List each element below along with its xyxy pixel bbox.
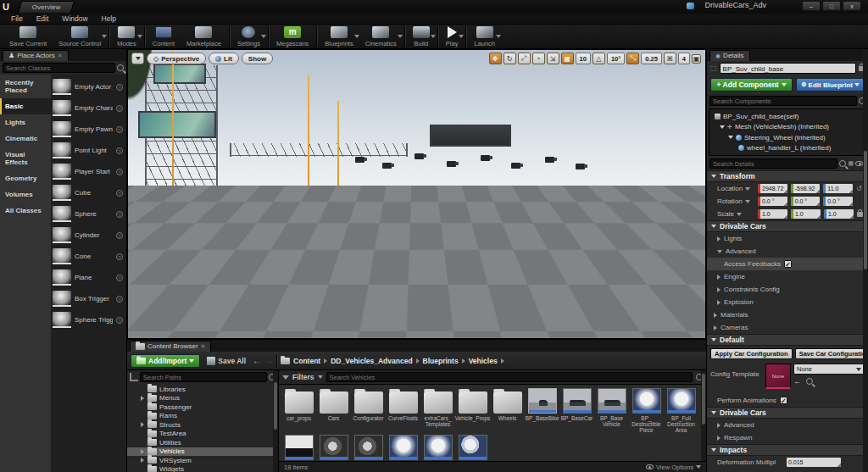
minimize-button[interactable]: –: [802, 1, 821, 11]
actor-item-empty-pawn[interactable]: Empty Pawn?: [51, 119, 126, 140]
camera-actor-icon[interactable]: [447, 161, 456, 167]
chevron-down-icon[interactable]: [737, 213, 742, 216]
place-actors-tab[interactable]: ♟ Place Actors ✕: [3, 50, 69, 61]
search-classes-input[interactable]: [3, 63, 115, 73]
folder-tile-extracars-templates[interactable]: extraCars_ Templates: [421, 388, 454, 433]
asset-tile-bp-basebike[interactable]: BP_BaseBike: [526, 388, 559, 433]
show-menu-button[interactable]: Show: [242, 53, 273, 64]
help-icon[interactable]: ?: [116, 275, 123, 281]
help-icon[interactable]: ?: [116, 211, 123, 218]
marketplace-button[interactable]: Marketplace: [181, 25, 227, 48]
menu-edit[interactable]: Edit: [31, 14, 55, 23]
tree-item-widgets[interactable]: Widgets: [127, 465, 278, 472]
location-y-input[interactable]: -598.92: [791, 184, 821, 193]
advanced-row[interactable]: Advanced: [707, 245, 868, 258]
expander-icon[interactable]: [717, 423, 721, 428]
rotation-z-input[interactable]: 0.0 °: [823, 197, 853, 206]
camera-actor-icon[interactable]: [382, 163, 392, 169]
perform-animations-checkbox[interactable]: ✓: [780, 397, 787, 404]
expander-icon[interactable]: [717, 236, 721, 242]
details-tab[interactable]: ◉ Details: [709, 50, 750, 61]
search-paths-input[interactable]: [140, 372, 267, 382]
scale-tool-button[interactable]: ⤢: [518, 53, 531, 64]
sources-toggle-icon[interactable]: [130, 373, 138, 381]
camera-actor-icon[interactable]: [415, 153, 424, 159]
lit-mode-button[interactable]: Lit: [209, 53, 239, 64]
tree-item-structs[interactable]: Structs: [127, 420, 278, 430]
asset-tile-row2[interactable]: [317, 435, 350, 460]
help-icon[interactable]: ?: [116, 317, 123, 324]
chevron-down-icon[interactable]: [431, 35, 436, 38]
explosion-row[interactable]: Explosion: [707, 296, 868, 308]
add-import-button[interactable]: Add/Import: [131, 354, 200, 368]
category-visual-effects[interactable]: Visual Effects: [0, 147, 51, 170]
save-all-button[interactable]: Save All: [203, 354, 249, 368]
rotation-y-input[interactable]: 0.0 °: [791, 197, 821, 206]
expander-icon[interactable]: [141, 422, 144, 427]
apply-car-configuration-button[interactable]: Apply Car Configuration: [710, 348, 793, 359]
back-button[interactable]: ←: [253, 354, 261, 368]
rotation-x-input[interactable]: 0.0 °: [758, 197, 787, 206]
chevron-down-icon[interactable]: [318, 375, 323, 379]
component-self[interactable]: BP_Suv_child_base(self): [709, 111, 865, 122]
details-scrollbar[interactable]: [863, 49, 868, 472]
edit-blueprint-button[interactable]: ⚙ Edit Blueprint: [796, 78, 865, 92]
scene-car[interactable]: [135, 196, 179, 211]
scale-snap-button[interactable]: ⤡: [626, 53, 639, 64]
help-icon[interactable]: ?: [116, 190, 123, 197]
level-tab[interactable]: Overview: [18, 1, 75, 13]
use-selected-icon[interactable]: ←: [793, 377, 801, 386]
cameras-row[interactable]: Cameras: [707, 321, 868, 334]
category-basic[interactable]: Basic: [0, 98, 51, 114]
level-viewport[interactable]: BP_Suv_child_base 90.000000 ° ◇ Perspect…: [127, 49, 706, 339]
settings-button[interactable]: Settings: [231, 25, 266, 48]
scale-y-input[interactable]: 1.0: [791, 209, 821, 219]
location-x-input[interactable]: 2948.72: [758, 184, 787, 193]
drivable-cars2-section-header[interactable]: Drivable Cars: [707, 407, 868, 419]
menu-help[interactable]: Help: [96, 14, 122, 23]
scene-car-red[interactable]: [681, 194, 706, 208]
actor-name-field[interactable]: BP_Suv_child_base: [720, 63, 856, 74]
menu-file[interactable]: File: [5, 14, 29, 23]
scene-car[interactable]: [577, 197, 625, 214]
modes-button[interactable]: Modes: [111, 25, 142, 48]
tree-item-libraries[interactable]: Libraries: [127, 385, 278, 394]
launch-button[interactable]: Launch: [468, 25, 501, 48]
breadcrumb-content[interactable]: Content: [293, 357, 320, 365]
help-icon[interactable]: ?: [116, 105, 123, 112]
chevron-down-icon[interactable]: [745, 200, 750, 203]
scale-x-input[interactable]: 1.0: [758, 209, 787, 219]
chevron-down-icon[interactable]: [398, 35, 403, 38]
rotation-snap-value[interactable]: 10°: [607, 53, 625, 64]
menu-window[interactable]: Window: [56, 14, 93, 23]
folder-tile-cars[interactable]: Cars: [317, 388, 350, 433]
lock-icon[interactable]: [857, 212, 863, 217]
help-icon[interactable]: ?: [116, 147, 123, 154]
search-components-input[interactable]: [709, 96, 857, 106]
camera-actor-icon[interactable]: [511, 163, 520, 169]
close-icon[interactable]: ✕: [58, 53, 63, 59]
impacts-section-header[interactable]: Impacts: [707, 444, 868, 456]
help-icon[interactable]: ?: [116, 84, 123, 91]
expander-icon[interactable]: [728, 136, 733, 139]
add-component-button[interactable]: + Add Component: [710, 78, 793, 92]
translate-gizmo-axis[interactable]: [259, 290, 281, 292]
scale-snap-value[interactable]: 0.25: [641, 53, 662, 64]
expander-icon[interactable]: [141, 396, 144, 401]
component-wheel-handler[interactable]: wheel_handler_L (Inherited): [709, 143, 865, 154]
actor-item-cylinder[interactable]: Cylinder?: [51, 225, 126, 246]
location-z-input[interactable]: 11.0: [823, 184, 853, 193]
folder-tile-vehicle-props[interactable]: Vehicle_Props: [456, 388, 489, 433]
grid-snap-value[interactable]: 10: [576, 53, 591, 64]
category-recently-placed[interactable]: Recently Placed: [0, 75, 51, 98]
expander-icon[interactable]: [717, 300, 721, 305]
breadcrumb-dd-vehicles-advanced[interactable]: DD_Vehicles_Advanced: [331, 357, 412, 365]
actor-item-player-start[interactable]: Player Start?: [51, 161, 126, 182]
expander-icon[interactable]: [717, 250, 722, 253]
camera-preview-window[interactable]: BP_Suv_child_base 90.000000 °: [507, 223, 706, 319]
cinematics-button[interactable]: Cinematics: [359, 25, 403, 48]
actor-item-point-light[interactable]: Point Light?: [51, 140, 126, 161]
build-button[interactable]: Build: [407, 25, 436, 48]
chevron-down-icon[interactable]: [261, 35, 266, 38]
expander-icon[interactable]: [717, 287, 721, 292]
